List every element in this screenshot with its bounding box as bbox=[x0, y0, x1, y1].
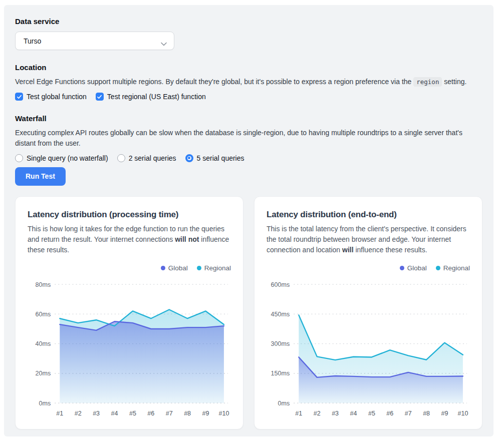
latency-chart-processing: 0ms20ms40ms60ms80ms#1#2#3#4#5#6#7#8#9#10 bbox=[28, 276, 231, 420]
location-checkbox-row: Test global function Test regional (US E… bbox=[15, 93, 482, 101]
svg-text:#10: #10 bbox=[218, 410, 229, 417]
legend-label: Regional bbox=[204, 264, 231, 272]
svg-text:#1: #1 bbox=[295, 410, 302, 417]
svg-text:#10: #10 bbox=[457, 410, 468, 417]
svg-text:#3: #3 bbox=[332, 410, 339, 417]
data-service-selected-value: Turso bbox=[24, 37, 41, 45]
svg-text:#9: #9 bbox=[202, 410, 209, 417]
svg-text:#2: #2 bbox=[314, 410, 321, 417]
location-heading: Location bbox=[15, 63, 482, 72]
svg-text:#6: #6 bbox=[386, 410, 393, 417]
svg-text:#3: #3 bbox=[93, 410, 100, 417]
svg-text:80ms: 80ms bbox=[36, 281, 51, 288]
waterfall-description: Executing complex API routes globally ca… bbox=[15, 128, 482, 148]
chart-description-bold: will not bbox=[175, 235, 199, 243]
chart-card-end-to-end: Latency distribution (end-to-end) This i… bbox=[254, 196, 482, 429]
check-icon bbox=[97, 94, 102, 100]
legend-label: Regional bbox=[443, 264, 470, 272]
radio-dot bbox=[188, 157, 190, 159]
chart-legend: GlobalRegional bbox=[267, 263, 470, 273]
svg-text:20ms: 20ms bbox=[36, 370, 51, 377]
legend-dot-icon bbox=[161, 266, 165, 270]
chart-title: Latency distribution (end-to-end) bbox=[267, 210, 470, 220]
location-description: Vercel Edge Functions support multiple r… bbox=[15, 77, 482, 87]
svg-text:#8: #8 bbox=[184, 410, 191, 417]
svg-text:#1: #1 bbox=[56, 410, 63, 417]
check-icon bbox=[17, 94, 22, 100]
data-service-heading: Data service bbox=[15, 17, 482, 26]
svg-text:#4: #4 bbox=[111, 410, 118, 417]
region-code-chip: region bbox=[413, 77, 442, 87]
chart-card-processing-time: Latency distribution (processing time) T… bbox=[15, 196, 243, 429]
legend-label: Global bbox=[168, 264, 188, 272]
svg-text:300ms: 300ms bbox=[271, 340, 290, 347]
radio-2-serial-queries[interactable]: 2 serial queries bbox=[117, 154, 176, 162]
svg-text:600ms: 600ms bbox=[271, 281, 290, 288]
checkbox-label: Test global function bbox=[27, 93, 87, 101]
legend-dot-icon bbox=[400, 266, 404, 270]
charts-row: Latency distribution (processing time) T… bbox=[15, 196, 482, 429]
radio-5-serial-queries[interactable]: 5 serial queries bbox=[185, 154, 244, 162]
settings-panel: Data service Turso Location Vercel Edge … bbox=[4, 5, 493, 436]
checkbox-icon[interactable] bbox=[15, 93, 23, 101]
svg-text:60ms: 60ms bbox=[36, 311, 51, 318]
chart-legend: GlobalRegional bbox=[28, 263, 231, 273]
checkbox-test-regional-function[interactable]: Test regional (US East) function bbox=[96, 93, 206, 101]
legend-item-global: Global bbox=[400, 264, 427, 272]
radio-icon[interactable] bbox=[15, 154, 23, 162]
data-service-select[interactable]: Turso bbox=[15, 32, 174, 50]
svg-text:150ms: 150ms bbox=[271, 370, 290, 377]
legend-dot-icon bbox=[436, 266, 440, 270]
radio-label: Single query (no waterfall) bbox=[27, 154, 108, 162]
svg-text:#5: #5 bbox=[368, 410, 375, 417]
legend-item-global: Global bbox=[161, 264, 188, 272]
svg-text:#6: #6 bbox=[147, 410, 154, 417]
svg-text:#5: #5 bbox=[129, 410, 136, 417]
legend-label: Global bbox=[407, 264, 427, 272]
latency-chart-end-to-end: 0ms150ms300ms450ms600ms#1#2#3#4#5#6#7#8#… bbox=[267, 276, 470, 420]
svg-text:#9: #9 bbox=[441, 410, 448, 417]
svg-text:40ms: 40ms bbox=[36, 340, 51, 347]
svg-text:0ms: 0ms bbox=[39, 400, 51, 407]
radio-label: 5 serial queries bbox=[197, 154, 244, 162]
legend-item-regional: Regional bbox=[197, 264, 231, 272]
checkbox-label: Test regional (US East) function bbox=[107, 93, 206, 101]
checkbox-icon[interactable] bbox=[96, 93, 104, 101]
svg-text:#7: #7 bbox=[166, 410, 173, 417]
run-test-button[interactable]: Run Test bbox=[15, 167, 66, 186]
location-description-text: Vercel Edge Functions support multiple r… bbox=[15, 78, 413, 86]
chevron-down-icon bbox=[161, 40, 167, 48]
svg-text:#2: #2 bbox=[75, 410, 82, 417]
location-description-tail: setting. bbox=[442, 78, 466, 86]
svg-text:#7: #7 bbox=[405, 410, 412, 417]
svg-text:450ms: 450ms bbox=[271, 311, 290, 318]
checkbox-test-global-function[interactable]: Test global function bbox=[15, 93, 87, 101]
svg-text:0ms: 0ms bbox=[278, 400, 290, 407]
chart-description: This is how long it takes for the edge f… bbox=[28, 224, 231, 255]
svg-text:#8: #8 bbox=[423, 410, 430, 417]
chart-description: This is the total latency from the clien… bbox=[267, 224, 470, 255]
svg-text:#4: #4 bbox=[350, 410, 357, 417]
legend-dot-icon bbox=[197, 266, 201, 270]
radio-icon[interactable] bbox=[185, 154, 193, 162]
radio-label: 2 serial queries bbox=[129, 154, 176, 162]
waterfall-radio-row: Single query (no waterfall) 2 serial que… bbox=[15, 154, 482, 162]
chart-title: Latency distribution (processing time) bbox=[28, 210, 231, 220]
radio-icon[interactable] bbox=[117, 154, 125, 162]
radio-single-query[interactable]: Single query (no waterfall) bbox=[15, 154, 108, 162]
waterfall-heading: Waterfall bbox=[15, 114, 482, 123]
chart-description-tail: influence these results. bbox=[354, 246, 427, 254]
chart-description-bold: will bbox=[342, 246, 354, 254]
legend-item-regional: Regional bbox=[436, 264, 470, 272]
